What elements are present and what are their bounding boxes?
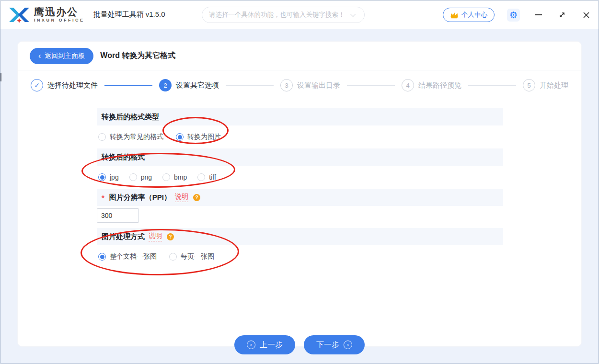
close-icon [583, 11, 590, 19]
format-type-options: 转换为常见的格式 转换为图片 [97, 125, 503, 148]
next-step-button[interactable]: 下一步 › [304, 335, 365, 354]
brand-name-cn: 鹰迅办公 [34, 7, 85, 17]
radio-circle-icon [162, 173, 170, 181]
radio-common-format[interactable]: 转换为常见的格式 [98, 133, 163, 141]
radio-convert-to-image[interactable]: 转换为图片 [176, 133, 221, 141]
brand-name-en: INXUN OFFICE [34, 18, 85, 23]
section-image-mode-header: 图片处理方式 说明 ? [97, 228, 503, 245]
user-center-label: 个人中心 [461, 11, 487, 19]
radio-circle-icon [98, 133, 106, 141]
step-4-label: 结果路径预览 [418, 81, 461, 90]
content-card: ‹ 返回到主面板 Word 转换为其它格式 ✓ 选择待处理文件 2 设置其它选项 [17, 41, 582, 347]
back-button-label: 返回到主面板 [45, 52, 85, 60]
brand-logo: 鹰迅办公 INXUN OFFICE [8, 5, 85, 24]
section-ppi-header: * 图片分辨率（PPI） 说明 ? [97, 189, 503, 206]
image-mode-help-link[interactable]: 说明 [149, 232, 162, 241]
section-image-format-header: 转换后的格式 [97, 148, 503, 166]
radio-label: 整个文档一张图 [110, 252, 157, 261]
prev-step-label: 上一步 [260, 340, 283, 350]
radio-tiff[interactable]: tiff [197, 173, 216, 181]
title-bar: 鹰迅办公 INXUN OFFICE 批量处理工具箱 v1.5.0 请选择一个具体… [0, 0, 599, 29]
card-header: ‹ 返回到主面板 Word 转换为其它格式 [18, 42, 581, 70]
section-title: 转换后的格式类型 [102, 113, 159, 122]
app-title: 批量处理工具箱 v1.5.0 [93, 10, 165, 19]
circle-arrow-left-icon: ‹ [247, 341, 255, 349]
radio-bmp[interactable]: bmp [162, 173, 187, 181]
app-window: 鹰迅办公 INXUN OFFICE 批量处理工具箱 v1.5.0 请选择一个具体… [0, 0, 599, 364]
step-2-label: 设置其它选项 [176, 81, 219, 90]
step-4-number: 4 [402, 79, 414, 91]
radio-label: bmp [174, 173, 187, 181]
section-title: 转换后的格式 [102, 153, 145, 162]
page-title: Word 转换为其它格式 [100, 51, 175, 61]
wizard-steps: ✓ 选择待处理文件 2 设置其它选项 3 设置输出目录 4 结果路径预览 [18, 70, 581, 100]
step-connector [347, 85, 395, 86]
step-1-select-files[interactable]: ✓ 选择待处理文件 [31, 79, 98, 91]
step-3-number: 3 [280, 79, 293, 91]
screen-edge-artifact [0, 73, 1, 81]
prev-step-button[interactable]: ‹ 上一步 [234, 335, 295, 354]
radio-label: 每页一张图 [181, 252, 214, 261]
question-mark-icon[interactable]: ? [193, 194, 200, 201]
chevron-left-icon: ‹ [38, 52, 41, 60]
chevron-down-icon [350, 11, 355, 17]
radio-circle-icon [98, 173, 106, 181]
step-connector [104, 85, 152, 86]
radio-one-image-per-page[interactable]: 每页一张图 [169, 252, 214, 261]
user-center-button[interactable]: 个人中心 [443, 8, 495, 22]
circle-arrow-right-icon: › [344, 341, 352, 349]
radio-circle-icon [176, 133, 184, 141]
radio-circle-icon [98, 253, 106, 261]
main-area: ‹ 返回到主面板 Word 转换为其它格式 ✓ 选择待处理文件 2 设置其它选项 [0, 29, 599, 364]
options-form: 转换后的格式类型 转换为常见的格式 转换为图片 转换后的格式 [97, 108, 503, 268]
section-title: 图片处理方式 [102, 232, 145, 241]
close-button[interactable] [580, 9, 592, 21]
radio-circle-icon [129, 173, 137, 181]
step-3-output-dir[interactable]: 3 设置输出目录 [280, 79, 340, 91]
radio-label: png [141, 173, 152, 181]
function-search-select[interactable]: 请选择一个具体的功能，也可输入关键字搜索！ [202, 7, 365, 23]
ppi-input-row [97, 206, 503, 228]
question-mark-icon[interactable]: ? [167, 233, 174, 240]
section-title: 图片分辨率（PPI） [109, 193, 171, 202]
minimize-button[interactable] [532, 9, 544, 21]
wizard-nav: ‹ 上一步 下一步 › [18, 335, 581, 354]
radio-circle-icon [169, 253, 177, 261]
radio-label: 转换为图片 [187, 133, 221, 141]
step-2-number: 2 [159, 79, 172, 91]
ppi-help-link[interactable]: 说明 [175, 193, 188, 202]
section-format-type-header: 转换后的格式类型 [97, 108, 503, 125]
radio-png[interactable]: png [129, 173, 152, 181]
next-step-label: 下一步 [316, 340, 339, 350]
step-5-number: 5 [523, 79, 535, 91]
step-5-label: 开始处理 [540, 81, 568, 90]
step-5-start-process[interactable]: 5 开始处理 [523, 79, 568, 91]
step-4-result-preview[interactable]: 4 结果路径预览 [402, 79, 461, 91]
resize-diagonal-icon [558, 11, 566, 19]
crown-icon [450, 11, 459, 19]
step-2-set-options[interactable]: 2 设置其它选项 [159, 79, 219, 91]
step-connector [226, 85, 274, 86]
required-asterisk: * [102, 193, 104, 202]
image-format-options: jpg png bmp tiff [97, 166, 503, 189]
logo-x-icon [8, 5, 30, 24]
radio-whole-doc-one-image[interactable]: 整个文档一张图 [98, 252, 157, 261]
radio-label: jpg [110, 173, 119, 181]
search-placeholder: 请选择一个具体的功能，也可输入关键字搜索！ [209, 11, 345, 19]
back-to-dashboard-button[interactable]: ‹ 返回到主面板 [30, 48, 93, 64]
radio-label: 转换为常见的格式 [110, 133, 163, 141]
settings-gear-icon[interactable]: ⚙ [507, 9, 520, 22]
image-mode-options: 整个文档一张图 每页一张图 [97, 245, 503, 268]
minimize-icon [535, 14, 542, 15]
ppi-input[interactable] [97, 208, 139, 223]
radio-label: tiff [209, 173, 216, 181]
step-3-label: 设置输出目录 [297, 81, 340, 90]
maximize-button[interactable] [556, 9, 568, 21]
step-1-check-icon: ✓ [31, 79, 43, 91]
radio-circle-icon [197, 173, 205, 181]
radio-jpg[interactable]: jpg [98, 173, 119, 181]
step-1-label: 选择待处理文件 [47, 81, 98, 90]
step-connector [468, 85, 516, 86]
